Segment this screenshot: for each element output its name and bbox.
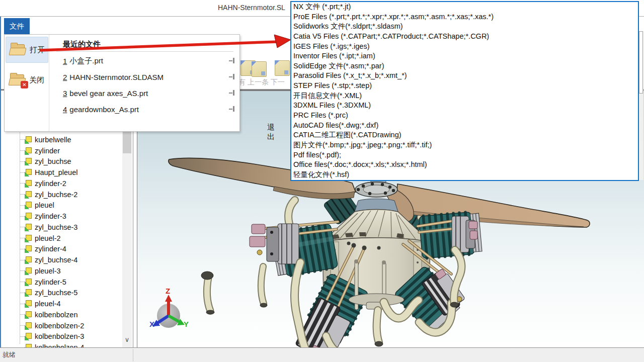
part-name: zylinder-4: [35, 245, 66, 253]
part-name: zylinder-2: [35, 179, 66, 188]
tree-connector: [20, 194, 25, 195]
part-name: pleuel: [35, 201, 54, 209]
tree-item[interactable]: zylinder-4: [0, 244, 121, 255]
recent-file-name: HAHN-Sternmotor.SLDASM: [69, 73, 164, 81]
format-option[interactable]: IGES Files (*.igs;*.iges): [291, 42, 638, 52]
recent-files-list: 1 小盒子.prt 2 HAHN-Sternmotor.SLDASM 3 bev…: [49, 53, 239, 117]
part-name: Haupt_pleuel: [35, 168, 77, 176]
recent-file-name: geardownbox_As.prt: [69, 105, 139, 114]
recent-files-divider: [56, 51, 233, 52]
tree-item[interactable]: zyl_buchse-3: [0, 222, 121, 233]
tree-connector: [20, 238, 25, 238]
format-option[interactable]: Office files(*.doc;*.docx;*.xls;*.xlsx;*…: [291, 160, 638, 170]
open-label: 打开: [30, 45, 45, 55]
format-option[interactable]: Solidworks 文件(*.sldprt;*.sldasm): [291, 22, 638, 32]
part-name: zylinder-5: [35, 278, 66, 286]
tree-item[interactable]: Haupt_pleuel: [0, 167, 121, 178]
format-option[interactable]: 图片文件(*.bmp;*.jpg;*.jpeg;*.png;*.tiff;*.t…: [291, 140, 638, 150]
menu-item-open[interactable]: 打开: [6, 37, 48, 63]
recent-file-number: 2: [63, 73, 67, 81]
pin-icon[interactable]: [229, 106, 235, 112]
format-option[interactable]: 开目信息文件(*.XML): [291, 91, 638, 101]
part-icon: [25, 202, 32, 209]
tree-item[interactable]: pleuel-3: [0, 265, 121, 277]
pin-icon[interactable]: [229, 58, 235, 64]
format-option[interactable]: NX 文件 (*.prt;*.jt): [291, 2, 638, 12]
tree-item[interactable]: zylinder-5: [0, 277, 121, 288]
tree-item[interactable]: zyl_buchse-5: [0, 288, 121, 299]
recent-file-number: 3: [63, 89, 67, 98]
tree-item[interactable]: kolbenbolzen: [0, 309, 121, 320]
recent-files-section: 最近的文件 1 小盒子.prt 2 HAHN-Sternmotor.SLDASM…: [49, 35, 239, 131]
dropdown-scrollbar-thumb[interactable]: [639, 31, 643, 94]
annotation-note-icon[interactable]: [275, 60, 290, 76]
part-name: zyl_buchse-3: [35, 223, 77, 231]
format-option[interactable]: STEP Files (*.stp;*.step): [291, 81, 638, 91]
format-option[interactable]: Pdf files(*.pdf);: [291, 150, 638, 160]
format-option[interactable]: 轻量化文件(*.hsf): [291, 170, 638, 180]
part-icon: [25, 344, 32, 347]
tree-item[interactable]: zyl_buchse: [0, 156, 121, 167]
recent-file-item[interactable]: 2 HAHN-Sternmotor.SLDASM: [49, 69, 239, 85]
recent-file-number: 1: [63, 57, 67, 65]
close-folder-icon: ✕: [9, 73, 26, 87]
recent-file-item[interactable]: 4 geardownbox_As.prt: [49, 101, 239, 117]
tree-item[interactable]: zylinder: [0, 145, 121, 156]
tree-item[interactable]: pleuel: [0, 200, 121, 211]
recent-file-item[interactable]: 3 bevel gear axes_AS.prt: [49, 85, 239, 101]
part-icon: [25, 136, 32, 143]
tree-item[interactable]: kolbenbolzen-2: [0, 320, 121, 331]
tree-connector: [20, 325, 25, 326]
tree-item[interactable]: kolbenbolzen-4: [0, 342, 121, 347]
annotation-note-icon[interactable]: [252, 61, 267, 77]
tree-scrollbar-thumb[interactable]: [123, 130, 131, 153]
tree-item[interactable]: kurbelwelle: [0, 134, 121, 145]
tree-scroll-down-icon[interactable]: ∨: [122, 336, 132, 345]
format-option[interactable]: 3DXML Files (*.3DXML): [291, 101, 638, 111]
format-option[interactable]: Catia V5 Files (*.CATPart;*.CATProduct;*…: [291, 32, 638, 42]
file-menu-panel: 打开 ✕ 关闭 最近的文件 1 小盒子.prt 2: [4, 34, 240, 132]
format-option[interactable]: Parasolid Files (*.x_t;*.x_b;*.xmt_*): [291, 71, 638, 81]
tree-item[interactable]: pleuel-2: [0, 233, 121, 244]
close-label: 关闭: [29, 75, 44, 85]
recent-file-item[interactable]: 1 小盒子.prt: [49, 53, 239, 69]
format-option[interactable]: PRC Files (*.prc): [291, 111, 638, 121]
recent-file-name: bevel gear axes_AS.prt: [69, 89, 148, 98]
tree-item[interactable]: zyl_buchse-2: [0, 189, 121, 200]
pin-icon[interactable]: [229, 74, 235, 80]
model-tree: kurbelwelle zylinder zyl_buchse Haupt_pl…: [0, 134, 121, 347]
part-name: pleuel-3: [35, 267, 61, 275]
tree-connector: [20, 270, 25, 271]
part-icon: [25, 224, 32, 231]
dropdown-scrollbar[interactable]: [639, 31, 643, 180]
tree-item[interactable]: zyl_buchse-4: [0, 254, 121, 265]
format-option[interactable]: AutoCAD files(*.dwg;*.dxf): [291, 121, 638, 131]
tree-connector: [20, 293, 25, 293]
tree-item[interactable]: kolbenbolzen-3: [0, 331, 121, 342]
part-icon: [25, 279, 32, 286]
format-option[interactable]: CATIA二维工程图(*.CATDrawing): [291, 130, 638, 140]
part-icon: [25, 180, 32, 187]
tree-connector: [20, 227, 25, 227]
part-icon: [25, 158, 32, 165]
menu-item-close[interactable]: ✕ 关闭: [6, 67, 48, 93]
format-option[interactable]: SolidEdge 文件(*.asm;*.par): [291, 61, 638, 71]
part-icon: [25, 311, 32, 318]
axis-label-y: Y: [184, 320, 189, 328]
open-folder-icon: [10, 43, 27, 57]
tree-connector: [20, 304, 25, 304]
tree-item[interactable]: zylinder-3: [0, 211, 121, 222]
tab-file[interactable]: 文件: [4, 18, 30, 34]
tree-item[interactable]: zylinder-2: [0, 178, 121, 189]
part-icon: [25, 245, 32, 252]
tree-item[interactable]: pleuel-4: [0, 298, 121, 309]
tree-connector: [20, 260, 25, 260]
part-name: kolbenbolzen-2: [35, 322, 84, 330]
pin-icon[interactable]: [229, 90, 235, 96]
part-icon: [25, 333, 32, 340]
format-option[interactable]: Inventor Files (*.ipt;*.iam): [291, 51, 638, 61]
status-text: 就绪: [3, 350, 16, 359]
ribbon-disabled-buttons: 有 上一条 下一: [238, 78, 291, 87]
exit-button[interactable]: 退出: [267, 123, 275, 142]
format-option[interactable]: ProE Files (*.prt;*.prt.*;*.xpr;*.xpr.*;…: [291, 12, 638, 22]
